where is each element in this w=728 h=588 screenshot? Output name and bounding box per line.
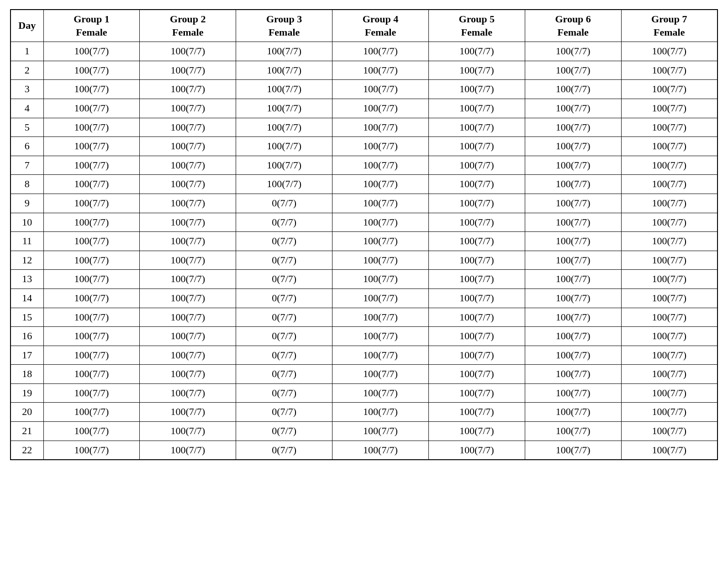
cell-g3: 0(7/7): [236, 422, 332, 441]
table-row: 2100(7/7)100(7/7)100(7/7)100(7/7)100(7/7…: [11, 61, 717, 80]
cell-day: 5: [11, 118, 43, 137]
table-row: 8100(7/7)100(7/7)100(7/7)100(7/7)100(7/7…: [11, 175, 717, 194]
cell-g1: 100(7/7): [43, 194, 140, 213]
cell-g6: 100(7/7): [525, 42, 621, 61]
table-row: 16100(7/7)100(7/7)0(7/7)100(7/7)100(7/7)…: [11, 327, 717, 346]
cell-g6: 100(7/7): [525, 383, 621, 403]
table-row: 3100(7/7)100(7/7)100(7/7)100(7/7)100(7/7…: [11, 80, 717, 99]
table-row: 5100(7/7)100(7/7)100(7/7)100(7/7)100(7/7…: [11, 118, 717, 137]
cell-g4: 100(7/7): [332, 251, 429, 270]
cell-day: 11: [11, 232, 43, 251]
cell-g7: 100(7/7): [621, 383, 717, 403]
cell-g7: 100(7/7): [621, 441, 717, 460]
cell-g4: 100(7/7): [332, 175, 429, 194]
cell-g6: 100(7/7): [525, 346, 621, 365]
header-group3: Group 3Female: [236, 10, 332, 42]
cell-g2: 100(7/7): [140, 327, 236, 346]
cell-g1: 100(7/7): [43, 365, 140, 384]
table-row: 9100(7/7)100(7/7)0(7/7)100(7/7)100(7/7)1…: [11, 194, 717, 213]
cell-day: 14: [11, 289, 43, 308]
cell-g2: 100(7/7): [140, 441, 236, 460]
data-table-container: Day Group 1Female Group 2Female Group 3F…: [10, 9, 718, 460]
cell-g6: 100(7/7): [525, 137, 621, 156]
cell-g4: 100(7/7): [332, 346, 429, 365]
cell-g3: 100(7/7): [236, 80, 332, 99]
cell-g1: 100(7/7): [43, 118, 140, 137]
cell-g4: 100(7/7): [332, 194, 429, 213]
cell-g1: 100(7/7): [43, 383, 140, 403]
cell-g5: 100(7/7): [428, 422, 525, 441]
cell-g5: 100(7/7): [428, 194, 525, 213]
table-row: 4100(7/7)100(7/7)100(7/7)100(7/7)100(7/7…: [11, 99, 717, 118]
cell-g5: 100(7/7): [428, 403, 525, 422]
cell-g5: 100(7/7): [428, 308, 525, 327]
cell-day: 20: [11, 403, 43, 422]
cell-g7: 100(7/7): [621, 422, 717, 441]
cell-g3: 0(7/7): [236, 194, 332, 213]
cell-day: 18: [11, 365, 43, 384]
cell-g1: 100(7/7): [43, 175, 140, 194]
cell-g2: 100(7/7): [140, 213, 236, 232]
cell-g6: 100(7/7): [525, 270, 621, 289]
cell-g5: 100(7/7): [428, 441, 525, 460]
table-row: 10100(7/7)100(7/7)0(7/7)100(7/7)100(7/7)…: [11, 213, 717, 232]
cell-g3: 0(7/7): [236, 441, 332, 460]
cell-g5: 100(7/7): [428, 346, 525, 365]
cell-g4: 100(7/7): [332, 42, 429, 61]
cell-g7: 100(7/7): [621, 308, 717, 327]
cell-g6: 100(7/7): [525, 175, 621, 194]
cell-g4: 100(7/7): [332, 61, 429, 80]
cell-g1: 100(7/7): [43, 441, 140, 460]
cell-g3: 0(7/7): [236, 403, 332, 422]
cell-g1: 100(7/7): [43, 251, 140, 270]
survival-table: Day Group 1Female Group 2Female Group 3F…: [10, 9, 718, 460]
cell-g6: 100(7/7): [525, 213, 621, 232]
cell-g1: 100(7/7): [43, 289, 140, 308]
cell-day: 15: [11, 308, 43, 327]
table-row: 20100(7/7)100(7/7)0(7/7)100(7/7)100(7/7)…: [11, 403, 717, 422]
cell-g1: 100(7/7): [43, 61, 140, 80]
cell-g7: 100(7/7): [621, 270, 717, 289]
header-group7: Group 7Female: [621, 10, 717, 42]
cell-g7: 100(7/7): [621, 118, 717, 137]
cell-g7: 100(7/7): [621, 327, 717, 346]
cell-g4: 100(7/7): [332, 80, 429, 99]
cell-g7: 100(7/7): [621, 156, 717, 175]
cell-g2: 100(7/7): [140, 289, 236, 308]
cell-g7: 100(7/7): [621, 42, 717, 61]
cell-g6: 100(7/7): [525, 327, 621, 346]
cell-g1: 100(7/7): [43, 346, 140, 365]
cell-g6: 100(7/7): [525, 99, 621, 118]
cell-g7: 100(7/7): [621, 99, 717, 118]
cell-g3: 0(7/7): [236, 346, 332, 365]
table-row: 18100(7/7)100(7/7)0(7/7)100(7/7)100(7/7)…: [11, 365, 717, 384]
cell-day: 2: [11, 61, 43, 80]
cell-g3: 0(7/7): [236, 232, 332, 251]
cell-day: 4: [11, 99, 43, 118]
cell-g3: 100(7/7): [236, 137, 332, 156]
table-row: 13100(7/7)100(7/7)0(7/7)100(7/7)100(7/7)…: [11, 270, 717, 289]
cell-g3: 0(7/7): [236, 308, 332, 327]
table-row: 12100(7/7)100(7/7)0(7/7)100(7/7)100(7/7)…: [11, 251, 717, 270]
cell-g6: 100(7/7): [525, 289, 621, 308]
cell-g1: 100(7/7): [43, 80, 140, 99]
cell-g1: 100(7/7): [43, 232, 140, 251]
header-day: Day: [11, 10, 43, 42]
cell-g5: 100(7/7): [428, 270, 525, 289]
cell-g4: 100(7/7): [332, 403, 429, 422]
cell-g7: 100(7/7): [621, 289, 717, 308]
header-group4: Group 4Female: [332, 10, 429, 42]
cell-g2: 100(7/7): [140, 270, 236, 289]
cell-g5: 100(7/7): [428, 251, 525, 270]
cell-g5: 100(7/7): [428, 232, 525, 251]
cell-g7: 100(7/7): [621, 80, 717, 99]
cell-g5: 100(7/7): [428, 383, 525, 403]
cell-g6: 100(7/7): [525, 118, 621, 137]
table-header-row: Day Group 1Female Group 2Female Group 3F…: [11, 10, 717, 42]
cell-g1: 100(7/7): [43, 403, 140, 422]
cell-g6: 100(7/7): [525, 80, 621, 99]
cell-g1: 100(7/7): [43, 422, 140, 441]
header-group5: Group 5Female: [428, 10, 525, 42]
cell-g7: 100(7/7): [621, 346, 717, 365]
cell-g2: 100(7/7): [140, 232, 236, 251]
